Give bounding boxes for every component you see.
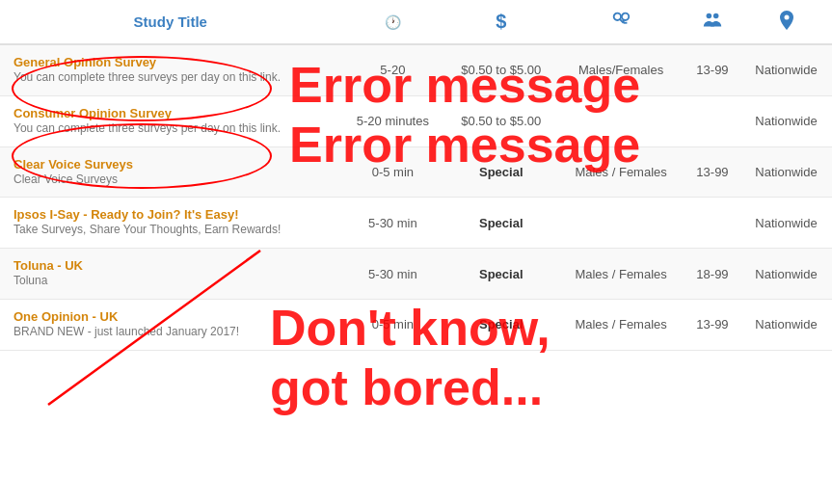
survey-link[interactable]: Clear Voice Surveys	[13, 157, 334, 172]
survey-link[interactable]: General Opinion Survey	[13, 55, 334, 69]
col-header-title: Study Title	[0, 0, 341, 44]
survey-title-cell: One Opinion - UKBRAND NEW - just launche…	[0, 299, 341, 350]
survey-pay: Special	[444, 198, 557, 249]
table-row: Consumer Opinion SurveyYou can complete …	[0, 95, 832, 146]
survey-age: 13-99	[684, 44, 740, 95]
error-message-4: got bored...	[270, 358, 543, 416]
table-header-row: Study Title 🕐 $	[0, 0, 832, 44]
survey-time: 5-30 min	[341, 198, 445, 249]
col-header-pay: $	[444, 0, 557, 44]
survey-time: 5-30 min	[341, 249, 445, 300]
survey-gender: Males / Females	[557, 299, 684, 350]
survey-gender	[557, 95, 684, 146]
survey-description: You can complete three surveys per day o…	[13, 121, 281, 135]
table-row: General Opinion SurveyYou can complete t…	[0, 44, 832, 95]
survey-location: Nationwide	[740, 198, 832, 249]
survey-link[interactable]: Consumer Opinion Survey	[13, 106, 334, 120]
survey-age: 18-99	[684, 249, 740, 300]
table-row: Clear Voice SurveysClear Voice Surveys0-…	[0, 146, 832, 198]
survey-time: 5-20 minutes	[341, 95, 445, 146]
table-row: One Opinion - UKBRAND NEW - just launche…	[0, 299, 832, 350]
survey-time: 5-20	[341, 44, 445, 95]
table-row: Ipsos I-Say - Ready to Join? It's Easy!T…	[0, 198, 832, 249]
col-header-location	[740, 0, 832, 44]
svg-point-7	[784, 15, 789, 20]
survey-link[interactable]: Ipsos I-Say - Ready to Join? It's Easy!	[13, 207, 334, 222]
survey-gender: Males / Females	[557, 146, 684, 198]
survey-table: Study Title 🕐 $	[0, 0, 832, 351]
survey-link[interactable]: Toluna - UK	[13, 258, 334, 273]
survey-description: Take Surveys, Share Your Thoughts, Earn …	[13, 223, 281, 236]
survey-gender	[557, 198, 684, 249]
survey-description: BRAND NEW - just launched January 2017!	[13, 325, 239, 338]
svg-point-6	[713, 13, 719, 19]
people-icon	[702, 18, 723, 34]
svg-point-5	[707, 13, 712, 19]
survey-title-cell: Consumer Opinion SurveyYou can complete …	[0, 95, 341, 146]
survey-title-cell: Clear Voice SurveysClear Voice Surveys	[0, 146, 341, 198]
location-icon	[778, 18, 795, 34]
survey-age	[684, 198, 740, 249]
survey-location: Nationwide	[740, 249, 832, 300]
survey-title-cell: General Opinion SurveyYou can complete t…	[0, 44, 341, 95]
survey-pay: Special	[444, 249, 557, 300]
survey-location: Nationwide	[740, 146, 832, 198]
survey-pay: $0.50 to $5.00	[444, 44, 557, 95]
col-header-age	[684, 0, 740, 44]
survey-title-cell: Ipsos I-Say - Ready to Join? It's Easy!T…	[0, 198, 341, 249]
survey-pay: Special	[444, 299, 557, 350]
survey-gender: Males/Females	[557, 44, 684, 95]
survey-pay: Special	[444, 146, 557, 198]
survey-age: 13-99	[684, 146, 740, 198]
survey-location: Nationwide	[740, 44, 832, 95]
survey-time: 0-5 min	[341, 299, 445, 350]
svg-point-0	[614, 13, 621, 20]
survey-location: Nationwide	[740, 299, 832, 350]
survey-age: 13-99	[684, 299, 740, 350]
survey-description: Toluna	[13, 274, 47, 287]
survey-description: You can complete three surveys per day o…	[13, 70, 281, 84]
survey-location: Nationwide	[740, 95, 832, 146]
time-icon: 🕐	[385, 14, 401, 30]
survey-gender: Males / Females	[557, 249, 684, 300]
svg-point-4	[622, 13, 629, 20]
survey-link[interactable]: One Opinion - UK	[13, 309, 334, 324]
survey-pay: $0.50 to $5.00	[444, 95, 557, 146]
survey-age	[684, 95, 740, 146]
gender-icon	[610, 18, 631, 34]
dollar-icon: $	[496, 11, 506, 32]
table-row: Toluna - UKToluna5-30 minSpecialMales / …	[0, 249, 832, 300]
col-header-time: 🕐	[341, 0, 445, 44]
survey-description: Clear Voice Surveys	[13, 172, 118, 186]
col-header-gender	[557, 0, 684, 44]
table-body: General Opinion SurveyYou can complete t…	[0, 44, 832, 350]
survey-time: 0-5 min	[341, 146, 445, 198]
survey-title-cell: Toluna - UKToluna	[0, 249, 341, 300]
